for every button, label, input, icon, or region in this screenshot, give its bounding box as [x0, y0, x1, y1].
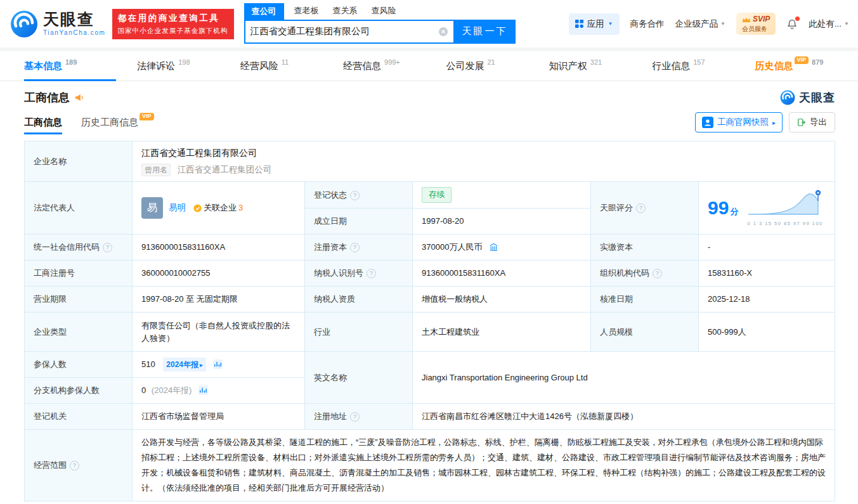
field-label-branch-insured: 分支机构参保人数: [25, 378, 133, 404]
related-companies-link[interactable]: 关联企业 3: [193, 202, 243, 214]
main-content: 工商信息 天眼查 工商信: [0, 90, 858, 501]
field-label-staff-size: 人员规模: [591, 313, 699, 352]
field-label-insured-count: 参保人数: [25, 352, 133, 378]
chevron-down-icon: ▼: [844, 21, 849, 27]
chevron-down-icon: ▼: [720, 21, 725, 27]
official-snapshot-button[interactable]: 工商官网快照 ▸: [695, 112, 783, 132]
subtab-history-business-info[interactable]: 历史工商信息 VIP: [81, 110, 154, 134]
tianyancha-swirl-icon: [10, 10, 38, 38]
megaphone-icon[interactable]: [74, 93, 84, 103]
field-value-approval-date: 2025-12-18: [699, 287, 835, 313]
notifications-bell-icon[interactable]: [786, 18, 798, 30]
site-logo[interactable]: 天眼查 TianYanCha.com: [10, 10, 106, 38]
arrow-right-icon: ▸: [772, 119, 776, 126]
section-header: 工商信息 天眼查: [24, 90, 835, 105]
business-cooperation-link[interactable]: 商务合作: [630, 18, 665, 30]
export-button[interactable]: 导出: [789, 112, 835, 132]
snapshot-icon: [702, 117, 713, 128]
report-note: (2024年报): [152, 385, 192, 395]
field-value-company-type: 有限责任公司（非自然人投资或控股的法人独资）: [133, 313, 305, 352]
company-name: 江西省交通工程集团有限公司: [141, 146, 826, 160]
enterprise-products-menu[interactable]: 企业级产品 ▼: [675, 18, 725, 30]
account-menu[interactable]: 此处有... ▼: [809, 18, 849, 30]
field-label-taxpayer-quality: 纳税人资质: [305, 287, 413, 313]
tianyancha-swirl-icon: [780, 90, 795, 105]
annual-report-badge[interactable]: 2024年报 ▸: [163, 358, 206, 372]
search-tab-boss[interactable]: 查老板: [294, 5, 319, 20]
field-label-company-type: 企业类型: [25, 313, 133, 352]
field-label-credit-code: 统一社会信用代码: [25, 235, 133, 261]
field-label-english-name: 英文名称: [305, 352, 413, 404]
tab-industry-info[interactable]: 行业信息157: [652, 51, 755, 81]
header: 天眼查 TianYanCha.com 都在用的商业查询工具 国家中小企业发展子基…: [0, 0, 858, 48]
field-value-company-name: 江西省交通工程集团有限公司 曾用名 江西省交通工程集团公司: [133, 141, 835, 182]
section-actions: 工商官网快照 ▸ 导出: [695, 112, 835, 132]
tab-operation-risk[interactable]: 经营风险11: [240, 51, 343, 81]
vip-badge: VIP: [795, 56, 809, 64]
search-tab-relation[interactable]: 查关系: [333, 5, 358, 20]
field-label-reg-status: 登记状态: [305, 182, 413, 209]
tab-company-development[interactable]: 公司发展21: [446, 51, 549, 81]
field-value-reg-number: 360000010002755: [133, 261, 305, 287]
tab-legal-litigation[interactable]: 法律诉讼198: [137, 51, 240, 81]
help-icon[interactable]: [103, 243, 112, 252]
search-button[interactable]: 天眼一下: [455, 20, 516, 44]
field-value-establish-date: 1997-08-20: [413, 209, 591, 235]
field-value-taxpayer-id: 9136000015831160XA: [413, 261, 591, 287]
brand-domain: TianYanCha.com: [43, 29, 106, 36]
export-icon: [797, 118, 806, 127]
field-value-credit-code: 9136000015831160XA: [133, 235, 305, 261]
former-name: 江西省交通工程集团公司: [178, 165, 272, 174]
bank-icon[interactable]: [489, 242, 498, 252]
subtab-business-info[interactable]: 工商信息: [24, 110, 62, 134]
tab-operation-info[interactable]: 经营信息999+: [343, 51, 446, 81]
help-icon[interactable]: [367, 269, 376, 278]
help-icon[interactable]: [653, 269, 662, 278]
field-label-business-term: 营业期限: [25, 287, 133, 313]
tab-basic-info[interactable]: 基本信息189: [24, 51, 137, 81]
tab-history-info[interactable]: 历史信息 VIP 879: [755, 51, 858, 81]
field-label-approval-date: 核准日期: [591, 287, 699, 313]
slogan-line1: 都在用的商业查询工具: [118, 13, 228, 24]
field-value-staff-size: 500-999人: [699, 313, 835, 352]
chevron-down-icon: ▼: [608, 21, 613, 27]
search-input[interactable]: [245, 27, 438, 37]
slogan-line2: 国家中小企业发展子基金旗下机构: [118, 27, 228, 36]
field-label-reg-address: 注册地址: [305, 404, 413, 430]
help-icon[interactable]: [350, 191, 360, 200]
tab-intellectual-property[interactable]: 知识产权321: [549, 51, 652, 81]
business-info-table: 企业名称 江西省交通工程集团有限公司 曾用名 江西省交通工程集团公司 法定代表人…: [24, 141, 835, 501]
section-title: 工商信息: [24, 90, 70, 105]
help-icon[interactable]: [350, 243, 360, 252]
help-icon[interactable]: [70, 461, 79, 470]
field-value-reg-authority: 江西省市场监督管理局: [133, 404, 305, 430]
company-nav-tabs: 基本信息189 法律诉讼198 经营风险11 经营信息999+ 公司发展21 知…: [0, 51, 858, 81]
search-tab-company[interactable]: 查公司: [244, 3, 284, 20]
svip-member-button[interactable]: SVIP 会员服务: [736, 13, 776, 34]
arrow-right-icon: ▸: [200, 360, 203, 370]
field-label-taxpayer-id: 纳税人识别号: [305, 261, 413, 287]
apps-menu[interactable]: 应用 ▼: [569, 13, 620, 35]
trend-chart-icon[interactable]: [198, 385, 208, 395]
grid-icon: [575, 20, 583, 28]
field-value-industry: 土木工程建筑业: [413, 313, 591, 352]
clear-search-icon[interactable]: [438, 27, 448, 37]
trend-chart-icon[interactable]: [213, 359, 223, 369]
field-value-org-code: 15831160-X: [699, 261, 835, 287]
score-axis-labels: 0 1 3 15 50 85 97 99 100: [747, 220, 822, 227]
field-label-business-scope: 经营范围: [25, 430, 133, 501]
related-companies-icon: [193, 204, 202, 212]
field-label-org-code: 组织机构代码: [591, 261, 699, 287]
field-value-reg-capital: 370000万人民币: [413, 235, 591, 261]
page: 天眼查 TianYanCha.com 都在用的商业查询工具 国家中小企业发展子基…: [0, 0, 858, 501]
legal-rep-avatar[interactable]: 易: [141, 197, 163, 219]
field-label-company-name: 企业名称: [25, 141, 133, 182]
search-tab-risk[interactable]: 查风险: [372, 5, 396, 20]
field-value-branch-insured: 0 (2024年报): [133, 378, 305, 404]
help-icon[interactable]: [350, 412, 360, 422]
help-icon[interactable]: [636, 204, 646, 213]
score-number[interactable]: 99分: [708, 198, 738, 218]
legal-rep-name-link[interactable]: 易明: [169, 202, 186, 214]
crown-icon: [742, 17, 751, 23]
apps-label: 应用: [587, 18, 604, 30]
